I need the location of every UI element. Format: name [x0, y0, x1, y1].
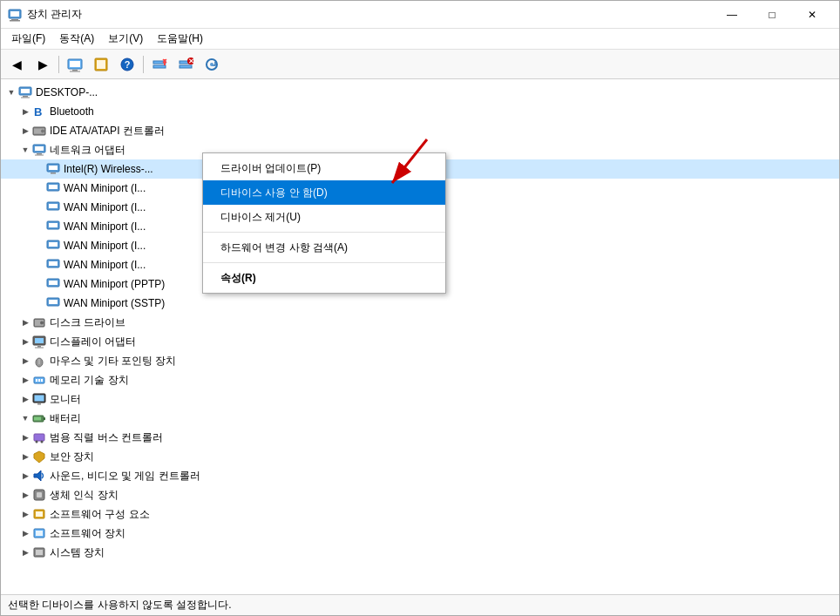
tree-item-system[interactable]: 시스템 장치 [1, 543, 839, 562]
tree-item-sound[interactable]: 사운드, 비디오 및 게임 컨트롤러 [1, 466, 839, 485]
toolbar-btn-x[interactable]: ✕ [173, 53, 198, 76]
wan4-icon [46, 239, 60, 253]
tree-item-mouse[interactable]: 마우스 및 기타 포인팅 장치 [1, 351, 839, 370]
memory-icon [32, 373, 46, 387]
forward-button[interactable]: ▶ [30, 53, 55, 76]
toolbar: ◀ ▶ ? [1, 50, 839, 79]
menu-view[interactable]: 보기(V) [101, 30, 150, 48]
tree-item-bus[interactable]: 범용 직렬 버스 컨트롤러 [1, 428, 839, 447]
menu-action[interactable]: 동작(A) [52, 30, 101, 48]
ctx-scan[interactable]: 하드웨어 변경 사항 검색(A) [203, 235, 445, 260]
menu-file[interactable]: 파일(F) [4, 30, 52, 48]
svg-rect-33 [37, 153, 42, 155]
svg-text:✕: ✕ [188, 58, 194, 65]
svg-rect-43 [49, 223, 58, 227]
bluetooth-expand [18, 105, 32, 118]
svg-rect-78 [36, 511, 43, 517]
back-button[interactable]: ◀ [4, 53, 29, 76]
ctx-separator-2 [203, 262, 445, 263]
wan1-icon [46, 181, 60, 195]
ctx-driver-update[interactable]: 드라이버 업데이트(P) [203, 156, 445, 180]
tree-item-sw-dev[interactable]: 소프트웨어 장치 [1, 524, 839, 543]
svg-rect-66 [35, 396, 44, 402]
svg-rect-26 [21, 98, 30, 98]
wan1-label: WAN Miniport (I... [64, 182, 146, 194]
ctx-properties[interactable]: 속성(R) [203, 266, 445, 290]
tree-item-bluetooth[interactable]: B Bluetooth [1, 102, 839, 121]
svg-rect-57 [37, 346, 41, 348]
svg-rect-6 [72, 70, 78, 71]
context-menu: 드라이버 업데이트(P) 디바이스 사용 안 함(D) 디바이스 제거(U) 하… [202, 152, 446, 294]
svg-rect-51 [49, 300, 58, 304]
svg-rect-63 [38, 379, 40, 382]
svg-rect-70 [34, 417, 41, 421]
svg-rect-41 [49, 204, 58, 208]
mouse-icon [32, 354, 46, 368]
network-label: 네트워크 어댑터 [50, 143, 125, 158]
svg-marker-74 [34, 470, 41, 481]
tree-root[interactable]: DESKTOP-... [1, 83, 839, 102]
svg-rect-5 [70, 61, 80, 67]
svg-rect-32 [35, 146, 44, 151]
tree-item-display[interactable]: 디스플레이 어댑터 [1, 332, 839, 351]
close-button[interactable]: ✕ [792, 1, 832, 29]
toolbar-btn-3[interactable] [63, 53, 87, 76]
svg-rect-37 [51, 173, 56, 174]
title-bar: 장치 관리자 — □ ✕ [1, 1, 839, 29]
svg-rect-67 [37, 403, 41, 405]
tree-item-wan-sstp[interactable]: WAN Miniport (SSTP) [1, 294, 839, 313]
monitor-icon [32, 392, 46, 406]
svg-rect-56 [35, 338, 44, 343]
toolbar-btn-4[interactable] [89, 53, 113, 76]
ctx-separator-1 [203, 232, 445, 233]
minimize-button[interactable]: — [712, 1, 752, 29]
sound-label: 사운드, 비디오 및 게임 컨트롤러 [50, 469, 200, 484]
tree-item-monitor[interactable]: 모니터 [1, 389, 839, 409]
menu-bar: 파일(F) 동작(A) 보기(V) 도움말(H) [1, 29, 839, 50]
tree-item-memory[interactable]: 메모리 기술 장치 [1, 370, 839, 389]
svg-rect-1 [10, 11, 19, 17]
menu-help[interactable]: 도움말(H) [150, 30, 210, 48]
tree-item-sw-comp[interactable]: 소프트웨어 구성 요소 [1, 504, 839, 524]
wan3-icon [46, 220, 60, 234]
svg-rect-71 [34, 434, 44, 441]
disk-icon [32, 315, 46, 329]
content-area: DESKTOP-... B Bluetooth [1, 79, 839, 594]
tree-item-disk[interactable]: 디스크 드라이브 [1, 313, 839, 332]
toolbar-btn-6[interactable] [147, 53, 172, 76]
wan-pptp-label: WAN Miniport (PPTP) [64, 278, 165, 290]
sw-dev-icon [32, 526, 46, 540]
ctx-uninstall[interactable]: 디바이스 제거(U) [203, 205, 445, 229]
maximize-button[interactable]: □ [752, 1, 792, 29]
wan3-label: WAN Miniport (I... [64, 220, 146, 233]
tree-item-ide[interactable]: IDE ATA/ATAPI 컨트롤러 [1, 121, 839, 140]
wan-sstp-icon [46, 296, 60, 310]
svg-rect-58 [35, 348, 44, 349]
svg-text:B: B [34, 105, 42, 118]
intel-icon [46, 162, 60, 176]
sw-comp-label: 소프트웨어 구성 요소 [50, 507, 150, 522]
ctx-disable[interactable]: 디바이스 사용 안 함(D) [203, 180, 445, 205]
toolbar-btn-5[interactable]: ? [115, 53, 139, 76]
wan4-label: WAN Miniport (I... [64, 240, 146, 252]
svg-rect-62 [36, 379, 37, 382]
toolbar-btn-refresh[interactable] [200, 53, 224, 76]
window-controls: — □ ✕ [712, 1, 832, 29]
bluetooth-label: Bluetooth [50, 105, 94, 118]
svg-rect-49 [49, 281, 58, 285]
tree-item-battery[interactable]: 배터리 [1, 409, 839, 428]
sw-dev-label: 소프트웨어 장치 [50, 526, 125, 541]
status-text: 선택한 디바이스를 사용하지 않도록 설정합니다. [8, 598, 232, 613]
tree-item-biometric[interactable]: 생체 인식 장치 [1, 485, 839, 504]
svg-rect-9 [97, 60, 105, 69]
root-label: DESKTOP-... [36, 86, 98, 98]
svg-point-73 [41, 441, 44, 443]
network-expand [18, 143, 32, 157]
status-bar: 선택한 디바이스를 사용하지 않도록 설정합니다. [1, 594, 839, 615]
bus-label: 범용 직렬 버스 컨트롤러 [50, 430, 163, 445]
svg-rect-7 [70, 71, 80, 71]
tree-item-security[interactable]: 보안 장치 [1, 447, 839, 466]
network-icon [32, 143, 46, 157]
svg-text:?: ? [125, 59, 131, 70]
mouse-label: 마우스 및 기타 포인팅 장치 [50, 354, 176, 369]
